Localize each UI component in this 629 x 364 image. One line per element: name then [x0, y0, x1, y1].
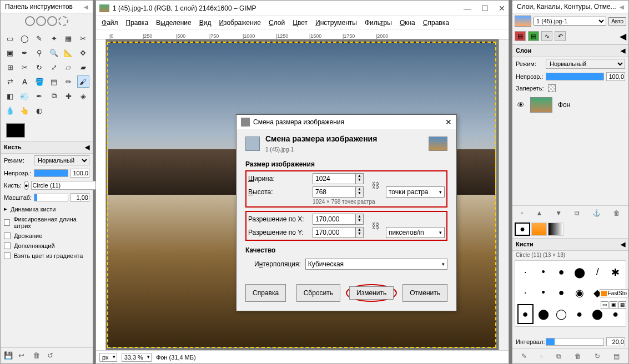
open-brush-folder-icon[interactable]: ▤	[613, 352, 620, 360]
menu-filters[interactable]: Фильтры	[365, 19, 392, 27]
brush-item[interactable]: /	[590, 263, 606, 281]
tab-undo[interactable]: ↶	[555, 31, 566, 41]
brush-item[interactable]: ●	[553, 263, 570, 281]
brush-item[interactable]: ·	[517, 284, 534, 302]
height-input[interactable]	[313, 186, 356, 198]
tool-shear[interactable]: ▱	[62, 61, 74, 73]
lock-alpha-checkbox[interactable]	[548, 84, 556, 92]
tab-patterns[interactable]	[531, 223, 547, 236]
tab-brushes[interactable]: ●	[515, 223, 530, 236]
cancel-button[interactable]: Отменить	[402, 284, 447, 302]
tool-zoom[interactable]: 🔍	[48, 47, 60, 59]
tool-foreground[interactable]: ▣	[4, 47, 16, 59]
width-input[interactable]	[313, 173, 356, 184]
menu-layer[interactable]: Слой	[269, 19, 285, 27]
menu-view[interactable]: Вид	[199, 19, 212, 27]
menu-help[interactable]: Справка	[423, 19, 449, 27]
res-x-spinner[interactable]: ▲▼	[356, 214, 364, 225]
zoom-dropdown[interactable]: 33,3 %	[122, 353, 152, 362]
tool-measure[interactable]: 📐	[62, 47, 74, 59]
tool-dodge[interactable]: ◐	[33, 104, 46, 117]
duplicate-layer-icon[interactable]: ⧉	[575, 209, 580, 217]
edit-brush-icon[interactable]: ✎	[521, 352, 527, 360]
dialog-close-icon[interactable]: ✕	[445, 118, 452, 127]
tool-bucket[interactable]: 🪣	[33, 75, 46, 88]
scale-value[interactable]	[71, 193, 89, 202]
refresh-brushes-icon[interactable]: ↻	[595, 352, 600, 360]
menu-tools[interactable]: Инструменты	[315, 19, 357, 27]
fixed-length-checkbox[interactable]	[4, 219, 10, 226]
maximize-button[interactable]: ☐	[481, 4, 489, 13]
tool-ink[interactable]: ✒	[33, 90, 46, 102]
brush-item[interactable]: ●	[572, 304, 588, 324]
scale-slider[interactable]	[34, 194, 68, 201]
delete-options-icon[interactable]: 🗑	[33, 351, 42, 360]
interval-value[interactable]	[606, 337, 625, 346]
tool-paintbrush[interactable]: 🖌	[77, 75, 89, 88]
brush-item[interactable]: ◉	[572, 284, 588, 302]
tool-paths[interactable]: ✒	[18, 47, 31, 59]
unit-dropdown[interactable]: px	[99, 353, 117, 362]
interval-slider[interactable]	[546, 338, 604, 346]
tab-layers[interactable]: ▤	[515, 31, 526, 41]
dynamics-expander[interactable]: ▸Динамика кисти	[1, 204, 93, 214]
layer-name[interactable]: Фон	[558, 101, 570, 109]
height-spinner[interactable]: ▲▼	[356, 186, 364, 198]
brush-item[interactable]: •	[536, 284, 552, 302]
res-y-spinner[interactable]: ▲▼	[356, 227, 364, 238]
auto-button[interactable]: Авто	[608, 17, 626, 26]
tool-rect-select[interactable]: ▭	[4, 32, 16, 44]
delete-brush-icon[interactable]: 🗑	[575, 352, 581, 360]
jitter-checkbox[interactable]	[4, 232, 11, 239]
tool-eraser[interactable]: ◧	[4, 90, 16, 102]
res-units-dropdown[interactable]: пикселов/in	[386, 227, 445, 238]
save-options-icon[interactable]: 💾	[4, 351, 13, 360]
duplicate-brush-icon[interactable]: ⧉	[556, 352, 561, 360]
res-link-icon[interactable]: ⛓	[371, 221, 383, 230]
anchor-layer-icon[interactable]: ⚓	[592, 209, 601, 217]
image-selector-dropdown[interactable]: 1 (45).jpg-1	[534, 17, 606, 26]
color-swatches[interactable]	[1, 120, 93, 141]
brush-item[interactable]: •	[536, 263, 552, 281]
tool-text[interactable]: A	[18, 75, 31, 88]
reset-options-icon[interactable]: ↺	[47, 351, 56, 360]
apply-button[interactable]: Изменить	[349, 286, 394, 300]
close-button[interactable]: ✕	[499, 4, 505, 13]
opacity-value[interactable]	[71, 169, 89, 178]
tool-flip[interactable]: ⇄	[4, 75, 16, 88]
layer-visibility-icon[interactable]: 👁	[517, 100, 525, 109]
link-icon[interactable]: ⛓	[371, 181, 383, 190]
tool-ellipse-select[interactable]: ◯	[18, 32, 31, 44]
brush-item[interactable]: ●	[553, 284, 570, 302]
tool-blend[interactable]: ▤	[48, 75, 60, 88]
tool-clone[interactable]: ⧉	[48, 90, 60, 102]
lower-layer-icon[interactable]: ▼	[555, 209, 562, 217]
width-spinner[interactable]: ▲▼	[356, 173, 364, 184]
delete-layer-icon[interactable]: 🗑	[613, 209, 620, 217]
vertical-scrollbar[interactable]	[499, 39, 509, 350]
help-button[interactable]: Справка	[245, 284, 286, 302]
tool-by-color[interactable]: ▦	[62, 32, 74, 44]
interpolation-dropdown[interactable]: Кубическая	[305, 259, 447, 270]
minimize-button[interactable]: —	[464, 4, 471, 13]
new-brush-icon[interactable]: ▫	[540, 352, 542, 360]
new-layer-icon[interactable]: ▫	[521, 209, 523, 217]
brush-item[interactable]: ·	[517, 263, 534, 281]
capture-region-icon[interactable]: ▣	[610, 301, 617, 309]
res-x-input[interactable]	[313, 214, 356, 225]
capture-full-icon[interactable]: ▦	[618, 301, 626, 309]
size-units-dropdown[interactable]: точки растра	[386, 186, 445, 198]
menu-colors[interactable]: Цвет	[293, 19, 308, 27]
res-y-input[interactable]	[313, 227, 356, 238]
menu-select[interactable]: Выделение	[156, 19, 192, 27]
tab-paths[interactable]: ∿	[541, 31, 552, 41]
brush-item[interactable]: ⬤	[572, 263, 588, 281]
tool-scale[interactable]: ⤢	[48, 61, 60, 73]
reset-button[interactable]: Сбросить	[296, 284, 340, 302]
brush-item[interactable]: ⬤	[536, 304, 552, 324]
tool-color-picker[interactable]: ⚲	[33, 47, 46, 59]
brush-item[interactable]: ◯	[553, 304, 570, 324]
layer-thumbnail[interactable]	[530, 97, 552, 113]
restore-options-icon[interactable]: ↩	[18, 351, 27, 360]
tool-perspective-clone[interactable]: ◈	[77, 90, 89, 102]
